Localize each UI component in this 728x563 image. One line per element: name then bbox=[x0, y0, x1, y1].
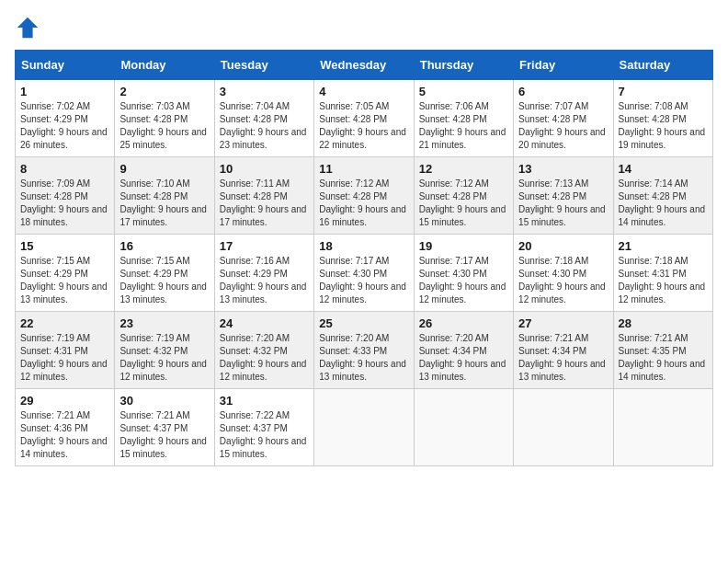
calendar-cell: 1Sunrise: 7:02 AMSunset: 4:29 PMDaylight… bbox=[16, 80, 115, 157]
col-header-monday: Monday bbox=[115, 51, 214, 80]
day-info: Sunrise: 7:16 AMSunset: 4:29 PMDaylight:… bbox=[220, 255, 309, 306]
day-number: 5 bbox=[419, 85, 508, 98]
calendar-cell bbox=[613, 389, 712, 466]
day-info: Sunrise: 7:06 AMSunset: 4:28 PMDaylight:… bbox=[419, 100, 508, 152]
calendar-cell: 26Sunrise: 7:20 AMSunset: 4:34 PMDayligh… bbox=[414, 312, 513, 389]
day-number: 10 bbox=[220, 162, 309, 176]
day-number: 3 bbox=[220, 85, 309, 98]
calendar-cell: 29Sunrise: 7:21 AMSunset: 4:36 PMDayligh… bbox=[16, 389, 115, 466]
day-info: Sunrise: 7:05 AMSunset: 4:28 PMDaylight:… bbox=[319, 100, 408, 152]
day-number: 8 bbox=[20, 162, 109, 176]
calendar-cell: 8Sunrise: 7:09 AMSunset: 4:28 PMDaylight… bbox=[16, 157, 115, 235]
day-number: 25 bbox=[319, 316, 408, 330]
day-info: Sunrise: 7:12 AMSunset: 4:28 PMDaylight:… bbox=[319, 178, 408, 229]
calendar-cell: 22Sunrise: 7:19 AMSunset: 4:31 PMDayligh… bbox=[16, 312, 115, 389]
col-header-thursday: Thursday bbox=[414, 51, 513, 80]
calendar-cell: 12Sunrise: 7:12 AMSunset: 4:28 PMDayligh… bbox=[414, 157, 513, 235]
week-row-1: 1Sunrise: 7:02 AMSunset: 4:29 PMDaylight… bbox=[16, 80, 713, 157]
day-info: Sunrise: 7:15 AMSunset: 4:29 PMDaylight:… bbox=[119, 255, 209, 306]
day-info: Sunrise: 7:11 AMSunset: 4:28 PMDaylight:… bbox=[220, 178, 309, 229]
day-info: Sunrise: 7:20 AMSunset: 4:33 PMDaylight:… bbox=[319, 332, 408, 384]
calendar-cell: 11Sunrise: 7:12 AMSunset: 4:28 PMDayligh… bbox=[314, 157, 414, 235]
day-info: Sunrise: 7:18 AMSunset: 4:30 PMDaylight:… bbox=[518, 255, 608, 306]
day-number: 14 bbox=[619, 162, 708, 176]
day-number: 20 bbox=[518, 239, 608, 253]
calendar-cell: 3Sunrise: 7:04 AMSunset: 4:28 PMDaylight… bbox=[214, 80, 313, 157]
calendar-cell: 16Sunrise: 7:15 AMSunset: 4:29 PMDayligh… bbox=[115, 235, 214, 312]
calendar-cell: 25Sunrise: 7:20 AMSunset: 4:33 PMDayligh… bbox=[314, 312, 414, 389]
day-number: 4 bbox=[319, 85, 408, 98]
calendar-cell: 30Sunrise: 7:21 AMSunset: 4:37 PMDayligh… bbox=[115, 389, 214, 466]
day-number: 29 bbox=[20, 394, 109, 408]
day-number: 13 bbox=[518, 162, 608, 176]
calendar-cell: 14Sunrise: 7:14 AMSunset: 4:28 PMDayligh… bbox=[613, 157, 712, 235]
day-info: Sunrise: 7:12 AMSunset: 4:28 PMDaylight:… bbox=[419, 178, 508, 229]
calendar-cell: 2Sunrise: 7:03 AMSunset: 4:28 PMDaylight… bbox=[115, 80, 214, 157]
day-info: Sunrise: 7:09 AMSunset: 4:28 PMDaylight:… bbox=[20, 178, 109, 229]
day-info: Sunrise: 7:19 AMSunset: 4:31 PMDaylight:… bbox=[20, 332, 109, 384]
day-number: 15 bbox=[20, 239, 109, 253]
day-number: 2 bbox=[119, 85, 209, 98]
day-info: Sunrise: 7:18 AMSunset: 4:31 PMDaylight:… bbox=[619, 255, 708, 306]
logo-icon bbox=[15, 15, 40, 40]
day-number: 23 bbox=[119, 316, 209, 330]
calendar-cell: 18Sunrise: 7:17 AMSunset: 4:30 PMDayligh… bbox=[314, 235, 414, 312]
week-row-5: 29Sunrise: 7:21 AMSunset: 4:36 PMDayligh… bbox=[16, 389, 713, 466]
calendar-cell: 15Sunrise: 7:15 AMSunset: 4:29 PMDayligh… bbox=[16, 235, 115, 312]
day-info: Sunrise: 7:08 AMSunset: 4:28 PMDaylight:… bbox=[619, 100, 708, 152]
day-number: 17 bbox=[220, 239, 309, 253]
day-info: Sunrise: 7:21 AMSunset: 4:36 PMDaylight:… bbox=[20, 409, 109, 461]
day-number: 11 bbox=[319, 162, 408, 176]
calendar-cell: 10Sunrise: 7:11 AMSunset: 4:28 PMDayligh… bbox=[214, 157, 313, 235]
day-number: 1 bbox=[20, 85, 109, 98]
calendar-cell: 17Sunrise: 7:16 AMSunset: 4:29 PMDayligh… bbox=[214, 235, 313, 312]
day-info: Sunrise: 7:20 AMSunset: 4:34 PMDaylight:… bbox=[419, 332, 508, 384]
day-info: Sunrise: 7:20 AMSunset: 4:32 PMDaylight:… bbox=[220, 332, 309, 384]
day-info: Sunrise: 7:04 AMSunset: 4:28 PMDaylight:… bbox=[220, 100, 309, 152]
day-info: Sunrise: 7:22 AMSunset: 4:37 PMDaylight:… bbox=[220, 409, 309, 461]
day-number: 19 bbox=[419, 239, 508, 253]
day-number: 18 bbox=[319, 239, 408, 253]
calendar-cell: 7Sunrise: 7:08 AMSunset: 4:28 PMDaylight… bbox=[613, 80, 712, 157]
day-number: 24 bbox=[220, 316, 309, 330]
day-number: 30 bbox=[119, 394, 209, 408]
svg-marker-0 bbox=[17, 17, 38, 38]
day-number: 22 bbox=[20, 316, 109, 330]
calendar-cell: 20Sunrise: 7:18 AMSunset: 4:30 PMDayligh… bbox=[514, 235, 613, 312]
col-header-sunday: Sunday bbox=[16, 51, 115, 80]
week-row-3: 15Sunrise: 7:15 AMSunset: 4:29 PMDayligh… bbox=[16, 235, 713, 312]
calendar-cell: 28Sunrise: 7:21 AMSunset: 4:35 PMDayligh… bbox=[613, 312, 712, 389]
day-info: Sunrise: 7:10 AMSunset: 4:28 PMDaylight:… bbox=[119, 178, 209, 229]
day-number: 6 bbox=[518, 85, 608, 98]
day-number: 31 bbox=[220, 394, 309, 408]
day-number: 16 bbox=[119, 239, 209, 253]
calendar-cell: 5Sunrise: 7:06 AMSunset: 4:28 PMDaylight… bbox=[414, 80, 513, 157]
col-header-tuesday: Tuesday bbox=[214, 51, 313, 80]
calendar-cell: 21Sunrise: 7:18 AMSunset: 4:31 PMDayligh… bbox=[613, 235, 712, 312]
calendar-cell: 4Sunrise: 7:05 AMSunset: 4:28 PMDaylight… bbox=[314, 80, 414, 157]
calendar-cell: 23Sunrise: 7:19 AMSunset: 4:32 PMDayligh… bbox=[115, 312, 214, 389]
day-info: Sunrise: 7:02 AMSunset: 4:29 PMDaylight:… bbox=[20, 100, 109, 152]
calendar-cell: 6Sunrise: 7:07 AMSunset: 4:28 PMDaylight… bbox=[514, 80, 613, 157]
day-number: 9 bbox=[119, 162, 209, 176]
calendar-cell bbox=[314, 389, 414, 466]
calendar-cell: 31Sunrise: 7:22 AMSunset: 4:37 PMDayligh… bbox=[214, 389, 313, 466]
day-info: Sunrise: 7:21 AMSunset: 4:34 PMDaylight:… bbox=[518, 332, 608, 384]
day-info: Sunrise: 7:17 AMSunset: 4:30 PMDaylight:… bbox=[419, 255, 508, 306]
day-number: 28 bbox=[619, 316, 708, 330]
header bbox=[15, 15, 713, 40]
calendar-cell: 24Sunrise: 7:20 AMSunset: 4:32 PMDayligh… bbox=[214, 312, 313, 389]
week-row-4: 22Sunrise: 7:19 AMSunset: 4:31 PMDayligh… bbox=[16, 312, 713, 389]
col-header-wednesday: Wednesday bbox=[314, 51, 414, 80]
day-info: Sunrise: 7:07 AMSunset: 4:28 PMDaylight:… bbox=[518, 100, 608, 152]
calendar-cell: 27Sunrise: 7:21 AMSunset: 4:34 PMDayligh… bbox=[514, 312, 613, 389]
calendar: SundayMondayTuesdayWednesdayThursdayFrid… bbox=[15, 50, 713, 466]
day-info: Sunrise: 7:03 AMSunset: 4:28 PMDaylight:… bbox=[119, 100, 209, 152]
day-info: Sunrise: 7:21 AMSunset: 4:35 PMDaylight:… bbox=[619, 332, 708, 384]
calendar-cell: 19Sunrise: 7:17 AMSunset: 4:30 PMDayligh… bbox=[414, 235, 513, 312]
col-header-friday: Friday bbox=[514, 51, 613, 80]
calendar-cell bbox=[414, 389, 513, 466]
calendar-cell: 9Sunrise: 7:10 AMSunset: 4:28 PMDaylight… bbox=[115, 157, 214, 235]
logo bbox=[15, 15, 44, 40]
day-number: 12 bbox=[419, 162, 508, 176]
